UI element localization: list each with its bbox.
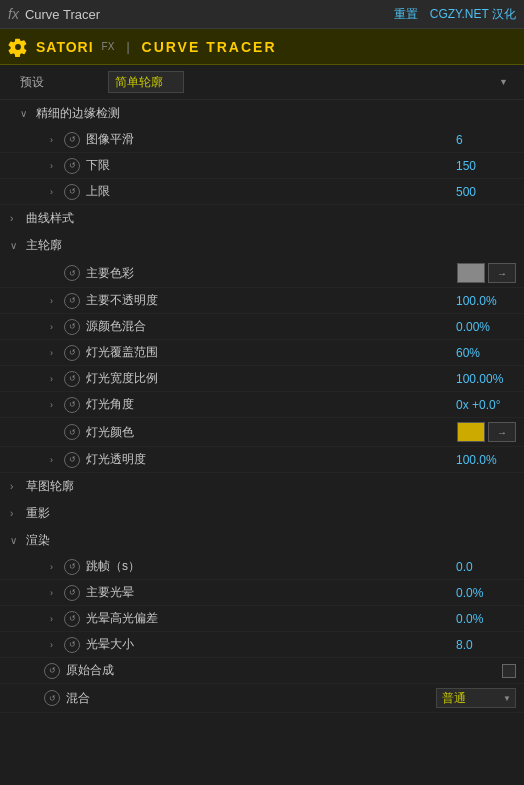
blend-reset[interactable]: ↺ [44, 690, 60, 706]
glow-size-value[interactable]: 8.0 [456, 638, 516, 652]
main-color-reset[interactable]: ↺ [64, 265, 80, 281]
light-angle-value[interactable]: 0x +0.0° [456, 398, 516, 412]
blend-select-wrapper: 普通 叠加 滤色 正片叠底 [436, 688, 516, 708]
light-opacity-label: 灯光透明度 [86, 451, 456, 468]
light-color-label: 灯光颜色 [86, 424, 457, 441]
source-blend-label: 源颜色混合 [86, 318, 456, 335]
light-color-reset[interactable]: ↺ [64, 424, 80, 440]
image-smooth-value[interactable]: 6 [456, 133, 516, 147]
main-contour-label: 主轮廓 [26, 237, 62, 254]
section-fine-edge-header[interactable]: ∨ 精细的边缘检测 [0, 100, 524, 127]
light-opacity-value[interactable]: 100.0% [456, 453, 516, 467]
brand-fx: FX [102, 41, 115, 52]
upper-limit-label: 上限 [86, 183, 456, 200]
main-opacity-value[interactable]: 100.0% [456, 294, 516, 308]
prop-main-glow: › ↺ 主要光晕 0.0% [0, 580, 524, 606]
light-color-swatch[interactable] [457, 422, 485, 442]
light-opacity-expand[interactable]: › [50, 455, 62, 465]
prop-light-width: › ↺ 灯光宽度比例 100.00% [0, 366, 524, 392]
blend-select[interactable]: 普通 叠加 滤色 正片叠底 [436, 688, 516, 708]
plugin-name-label: CURVE TRACER [142, 39, 277, 55]
light-coverage-value[interactable]: 60% [456, 346, 516, 360]
glow-size-label: 光晕大小 [86, 636, 456, 653]
render-label: 渲染 [26, 532, 50, 549]
prop-image-smooth: › ↺ 图像平滑 6 [0, 127, 524, 153]
section-main-contour-header[interactable]: ∨ 主轮廓 [0, 232, 524, 259]
light-angle-label: 灯光角度 [86, 396, 456, 413]
image-smooth-label: 图像平滑 [86, 131, 456, 148]
light-color-link-btn[interactable]: → [488, 422, 516, 442]
main-glow-expand[interactable]: › [50, 588, 62, 598]
light-color-swatch-group: → [457, 422, 516, 442]
preset-label: 预设 [20, 74, 100, 91]
glow-highlight-expand[interactable]: › [50, 614, 62, 624]
section-curve-style-header[interactable]: › 曲线样式 [0, 205, 524, 232]
upper-limit-expand[interactable]: › [50, 187, 62, 197]
main-glow-reset[interactable]: ↺ [64, 585, 80, 601]
blend-label: 混合 [66, 690, 436, 707]
section-sketch-contour-header[interactable]: › 草图轮廓 [0, 473, 524, 500]
fine-edge-label: 精细的边缘检测 [36, 105, 120, 122]
preset-select[interactable]: 简单轮廓 复杂轮廓 自定义 [108, 71, 184, 93]
section-shadow-header[interactable]: › 重影 [0, 500, 524, 527]
prop-lower-limit: › ↺ 下限 150 [0, 153, 524, 179]
glow-highlight-label: 光晕高光偏差 [86, 610, 456, 627]
light-angle-expand[interactable]: › [50, 400, 62, 410]
skip-frames-expand[interactable]: › [50, 562, 62, 572]
title-actions: 重置 CGZY.NET 汉化 [394, 6, 516, 23]
image-smooth-expand[interactable]: › [50, 135, 62, 145]
light-width-value[interactable]: 100.00% [456, 372, 516, 386]
image-smooth-reset[interactable]: ↺ [64, 132, 80, 148]
original-comp-reset[interactable]: ↺ [44, 663, 60, 679]
upper-limit-reset[interactable]: ↺ [64, 184, 80, 200]
lower-limit-expand[interactable]: › [50, 161, 62, 171]
source-blend-expand[interactable]: › [50, 322, 62, 332]
light-angle-reset[interactable]: ↺ [64, 397, 80, 413]
glow-size-expand[interactable]: › [50, 640, 62, 650]
source-blend-reset[interactable]: ↺ [64, 319, 80, 335]
original-comp-checkbox[interactable] [502, 664, 516, 678]
main-opacity-expand[interactable]: › [50, 296, 62, 306]
title-bar: fx Curve Tracer 重置 CGZY.NET 汉化 [0, 0, 524, 29]
curve-style-label: 曲线样式 [26, 210, 74, 227]
glow-highlight-reset[interactable]: ↺ [64, 611, 80, 627]
main-glow-value[interactable]: 0.0% [456, 586, 516, 600]
prop-light-opacity: › ↺ 灯光透明度 100.0% [0, 447, 524, 473]
credit-link[interactable]: CGZY.NET 汉化 [430, 6, 516, 23]
preset-row: 预设 简单轮廓 复杂轮廓 自定义 [0, 65, 524, 100]
shadow-label: 重影 [26, 505, 50, 522]
render-arrow: ∨ [10, 535, 22, 546]
sketch-contour-arrow: › [10, 481, 22, 492]
light-width-expand[interactable]: › [50, 374, 62, 384]
main-color-link-btn[interactable]: → [488, 263, 516, 283]
glow-size-reset[interactable]: ↺ [64, 637, 80, 653]
reset-link[interactable]: 重置 [394, 6, 418, 23]
properties-panel: 预设 简单轮廓 复杂轮廓 自定义 ∨ 精细的边缘检测 › ↺ 图像平滑 6 › … [0, 65, 524, 785]
sketch-contour-label: 草图轮廓 [26, 478, 74, 495]
main-opacity-reset[interactable]: ↺ [64, 293, 80, 309]
skip-frames-value[interactable]: 0.0 [456, 560, 516, 574]
main-color-swatch[interactable] [457, 263, 485, 283]
lower-limit-reset[interactable]: ↺ [64, 158, 80, 174]
prop-light-angle: › ↺ 灯光角度 0x +0.0° [0, 392, 524, 418]
lower-limit-value[interactable]: 150 [456, 159, 516, 173]
curve-style-arrow: › [10, 213, 22, 224]
prop-light-coverage: › ↺ 灯光覆盖范围 60% [0, 340, 524, 366]
light-width-reset[interactable]: ↺ [64, 371, 80, 387]
light-opacity-reset[interactable]: ↺ [64, 452, 80, 468]
prop-light-color: › ↺ 灯光颜色 → [0, 418, 524, 447]
light-width-label: 灯光宽度比例 [86, 370, 456, 387]
main-contour-arrow: ∨ [10, 240, 22, 251]
source-blend-value[interactable]: 0.00% [456, 320, 516, 334]
lower-limit-label: 下限 [86, 157, 456, 174]
section-render-header[interactable]: ∨ 渲染 [0, 527, 524, 554]
prop-original-comp: › ↺ 原始合成 [0, 658, 524, 684]
prop-blend: › ↺ 混合 普通 叠加 滤色 正片叠底 [0, 684, 524, 713]
prop-glow-highlight: › ↺ 光晕高光偏差 0.0% [0, 606, 524, 632]
upper-limit-value[interactable]: 500 [456, 185, 516, 199]
light-coverage-reset[interactable]: ↺ [64, 345, 80, 361]
skip-frames-reset[interactable]: ↺ [64, 559, 80, 575]
skip-frames-label: 跳帧（s） [86, 558, 456, 575]
glow-highlight-value[interactable]: 0.0% [456, 612, 516, 626]
light-coverage-expand[interactable]: › [50, 348, 62, 358]
